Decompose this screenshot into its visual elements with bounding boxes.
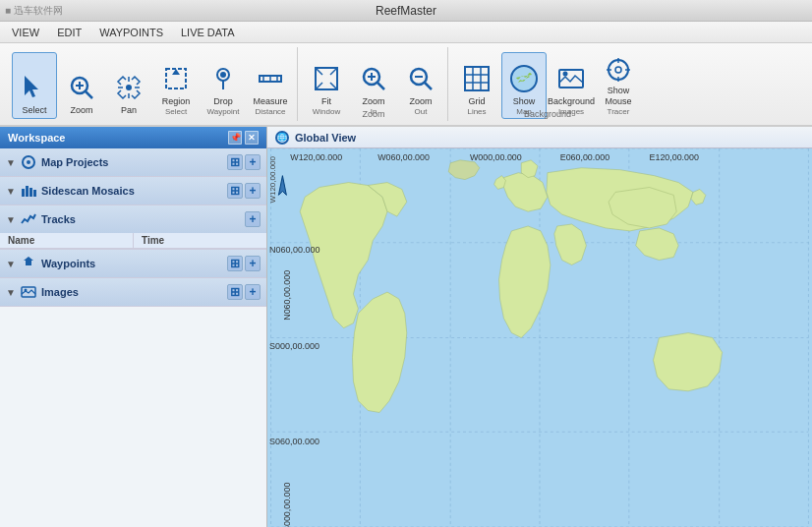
- zoom-group-label: Zoom: [300, 109, 447, 119]
- section-tracks: ▼ Tracks + Name Time: [0, 205, 266, 250]
- svg-rect-46: [33, 190, 36, 197]
- zoom-in-icon: [358, 63, 389, 94]
- images-title: Images: [41, 286, 223, 298]
- menu-edit[interactable]: EDIT: [49, 25, 89, 40]
- show-map-icon: [508, 63, 540, 94]
- sidescan-mosaics-title: Sidescan Mosaics: [41, 185, 223, 197]
- section-waypoints: ▼ Waypoints ⊞ +: [0, 250, 266, 278]
- svg-line-16: [316, 68, 322, 75]
- section-tracks-header[interactable]: ▼ Tracks +: [0, 205, 266, 233]
- left-coord-w120: W120,00.000: [269, 156, 277, 204]
- drop-waypoint-sublabel: Waypoint: [206, 107, 239, 116]
- measure-distance-sublabel: Distance: [255, 107, 285, 116]
- sidescan-mosaics-expand-button[interactable]: ⊞: [227, 183, 243, 199]
- section-map-projects: ▼ Map Projects ⊞ +: [0, 148, 266, 177]
- section-map-projects-header[interactable]: ▼ Map Projects ⊞ +: [0, 148, 266, 176]
- map-area[interactable]: 🌐 Global View W120,00.000 W060,00.000: [267, 127, 812, 527]
- tracks-name-column: Name: [0, 233, 134, 248]
- tool-zoom[interactable]: Zoom: [59, 52, 104, 119]
- toolbar-group-zoom: Fit Window Zoom In Zoom Out Zoom: [300, 47, 448, 121]
- svg-text:W060,00.000: W060,00.000: [377, 152, 430, 162]
- svg-text:S000,00.000: S000,00.000: [282, 483, 292, 527]
- zoom-label: Zoom: [70, 105, 92, 116]
- sidescan-mosaics-buttons: ⊞ +: [227, 183, 261, 199]
- tool-drop-waypoint[interactable]: Drop Waypoint: [201, 52, 246, 119]
- svg-rect-43: [22, 189, 25, 197]
- select-label: Select: [22, 105, 46, 116]
- tracks-column-headers: Name Time: [0, 233, 266, 249]
- waypoints-add-button[interactable]: +: [245, 256, 261, 271]
- svg-text:W000,00.000: W000,00.000: [470, 152, 522, 162]
- zoom-out-icon: [405, 63, 436, 94]
- tool-select[interactable]: Select: [12, 52, 57, 119]
- grid-lines-label: Grid: [468, 96, 485, 107]
- svg-point-32: [511, 66, 537, 91]
- waypoints-chevron: ▼: [6, 259, 16, 269]
- svg-line-18: [316, 83, 322, 89]
- tracks-chevron: ▼: [6, 214, 16, 225]
- tracks-time-column: Time: [134, 233, 266, 248]
- menu-waypoints[interactable]: WAYPOINTS: [91, 25, 171, 40]
- show-mouse-tracer-icon: [603, 55, 634, 84]
- svg-text:E060,00.000: E060,00.000: [560, 152, 609, 162]
- images-expand-button[interactable]: ⊞: [227, 284, 243, 300]
- zoom-icon: [66, 72, 97, 103]
- sidescan-mosaics-icon: [20, 182, 37, 200]
- section-waypoints-header[interactable]: ▼ Waypoints ⊞ +: [0, 250, 266, 277]
- fit-window-icon: [311, 63, 342, 94]
- menu-view[interactable]: VIEW: [4, 25, 47, 40]
- workspace-header: Workspace 📌 ✕: [0, 127, 266, 148]
- map-title: Global View: [295, 132, 356, 144]
- toolbar-group-mouse-mode: Select Zoom Pan Region Select: [8, 47, 298, 121]
- tool-measure-distance[interactable]: Measure Distance: [248, 52, 293, 119]
- section-images: ▼ Images ⊞ +: [0, 278, 266, 307]
- world-map-svg: W120,00.000 W060,00.000 W000,00.000 E060…: [267, 148, 812, 527]
- svg-line-2: [86, 91, 92, 98]
- map-projects-add-button[interactable]: +: [245, 154, 261, 170]
- tracks-add-button[interactable]: +: [245, 211, 261, 227]
- sidescan-mosaics-add-button[interactable]: +: [245, 183, 261, 199]
- svg-text:N060,00.000: N060,00.000: [282, 270, 292, 321]
- images-add-button[interactable]: +: [245, 284, 261, 300]
- svg-line-21: [377, 83, 384, 89]
- images-icon: [20, 283, 37, 301]
- svg-line-25: [425, 83, 432, 89]
- section-images-header[interactable]: ▼ Images ⊞ +: [0, 278, 266, 306]
- images-chevron: ▼: [6, 287, 16, 298]
- background-group-label: Background: [450, 109, 645, 119]
- tool-pan[interactable]: Pan: [106, 52, 151, 119]
- region-select-sublabel: Select: [165, 107, 187, 116]
- zoom-in-label: Zoom: [362, 96, 384, 107]
- tool-region-select[interactable]: Region Select: [153, 52, 199, 119]
- section-sidescan-mosaics-header[interactable]: ▼ Sidescan Mosaics ⊞ +: [0, 177, 266, 205]
- toolbar: Select Zoom Pan Region Select: [0, 43, 812, 127]
- svg-line-19: [330, 83, 337, 89]
- show-map-label: Show: [513, 96, 536, 107]
- region-select-label: Region: [162, 96, 191, 107]
- workspace-close-button[interactable]: ✕: [245, 131, 259, 145]
- measure-distance-label: Measure: [253, 96, 287, 107]
- drop-waypoint-icon: [207, 63, 239, 94]
- svg-point-42: [27, 160, 30, 164]
- svg-point-34: [563, 72, 568, 77]
- svg-line-17: [330, 68, 337, 75]
- coord-n060: N060,00.000: [269, 245, 320, 255]
- workspace-pin-button[interactable]: 📌: [228, 131, 242, 145]
- title-bar: ■ 迅车软件网 ReefMaster: [0, 0, 812, 22]
- map-projects-expand-button[interactable]: ⊞: [227, 154, 243, 170]
- map-header-bar: 🌐 Global View: [267, 127, 812, 148]
- map-projects-buttons: ⊞ +: [227, 154, 261, 170]
- workspace-header-buttons: 📌 ✕: [228, 131, 259, 145]
- svg-point-5: [126, 85, 132, 90]
- drop-waypoint-label: Drop: [213, 96, 233, 107]
- waypoints-expand-button[interactable]: ⊞: [227, 256, 243, 271]
- background-images-label: Background: [548, 96, 595, 107]
- menu-live-data[interactable]: LIVE DATA: [173, 25, 243, 40]
- svg-point-10: [220, 72, 226, 78]
- images-buttons: ⊞ +: [227, 284, 261, 300]
- fit-window-label: Fit: [321, 96, 331, 107]
- svg-point-36: [615, 67, 621, 73]
- coord-s000: S000,00.000: [269, 341, 319, 351]
- tracks-title: Tracks: [41, 213, 241, 225]
- svg-rect-44: [26, 186, 29, 197]
